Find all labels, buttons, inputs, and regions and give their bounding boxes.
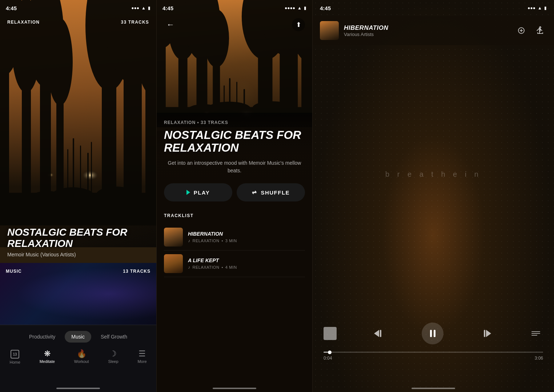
track-duration-2: 4 MIN: [225, 265, 237, 269]
panel2-status-icons: ●●●● ▲ ▮: [285, 5, 306, 11]
more-icon: ☰: [138, 350, 146, 358]
tab-home[interactable]: 13 Home: [4, 348, 26, 366]
pause-bar-1: [430, 330, 432, 337]
track-thumb-img-1: [164, 228, 183, 247]
tab-more[interactable]: ☰ More: [132, 348, 152, 366]
progress-area[interactable]: 0:04 3:06: [324, 352, 543, 361]
progress-fill: [324, 352, 328, 353]
pause-icon: [430, 330, 435, 337]
total-time: 3:06: [535, 356, 543, 361]
playlist-main-title: NOSTALGIC BEATS FOR RELAXATION: [7, 227, 149, 249]
tab-sleep[interactable]: ☽ Sleep: [102, 348, 124, 366]
player-controls: 0:04 3:06: [313, 323, 554, 363]
track-info-2: A LIFE KEPT ♪ RELAXATION • 4 MIN: [188, 257, 305, 270]
tab-home-label: Home: [9, 360, 20, 364]
wifi-icon: ▲: [141, 5, 146, 11]
playback-controls-row: [324, 323, 543, 344]
svg-marker-54: [374, 330, 379, 337]
progress-times: 0:04 3:06: [324, 356, 543, 361]
hero-trees: [0, 0, 156, 225]
share-button[interactable]: ⬆: [292, 18, 305, 31]
np-track-info: HIBERNATION Various Artists: [344, 24, 510, 37]
track-duration-1: 3 MIN: [225, 239, 237, 243]
track-thumb-2: [164, 254, 183, 273]
svg-rect-55: [380, 330, 381, 337]
pause-bar-2: [434, 330, 435, 337]
note-icon-2: ♪: [188, 265, 190, 270]
playlist-title-area[interactable]: NOSTALGIC BEATS FOR RELAXATION Memoir Mu…: [7, 227, 149, 257]
play-icon: [186, 190, 190, 195]
playlist-meta: RELAXATION • 33 TRACKS: [164, 120, 305, 125]
svg-rect-21: [0, 207, 156, 225]
np-track-title: HIBERNATION: [344, 24, 510, 32]
progress-dot: [328, 351, 332, 354]
next-button[interactable]: [479, 327, 493, 340]
add-to-library-button[interactable]: [515, 24, 528, 37]
track-item-2[interactable]: A LIFE KEPT ♪ RELAXATION • 4 MIN: [164, 251, 305, 277]
panel3-status-bar: 4:45 ●●● ▲ ▮: [313, 0, 554, 16]
tab-workout[interactable]: 🔥 Workout: [68, 348, 95, 366]
progress-bar[interactable]: [324, 352, 543, 353]
action-buttons: PLAY ⇌ SHUFFLE: [164, 183, 305, 201]
queue-line-1: [531, 331, 540, 332]
play-label: PLAY: [194, 189, 210, 196]
svg-rect-57: [484, 330, 485, 337]
category-productivity[interactable]: Productivity: [23, 331, 62, 343]
svg-point-48: [253, 101, 292, 115]
tab-meditate-label: Meditate: [40, 359, 55, 364]
track-category-1: RELAXATION: [193, 239, 220, 243]
shuffle-button[interactable]: ⇌ SHUFFLE: [237, 183, 305, 201]
panel2-status-time: 4:45: [162, 5, 173, 11]
np-action-buttons: [515, 24, 547, 37]
svg-rect-26: [87, 153, 89, 215]
music-card[interactable]: MUSIC 13 TRACKS: [0, 263, 156, 325]
note-icon-1: ♪: [188, 238, 190, 243]
svg-marker-56: [486, 330, 491, 337]
track-title-2: A LIFE KEPT: [188, 257, 305, 263]
category-label: RELAXATION: [7, 20, 40, 25]
tracks-label: 33 TRACKS: [121, 20, 149, 25]
track-item-1[interactable]: HIBERNATION ♪ RELAXATION • 3 MIN: [164, 224, 305, 251]
stop-button[interactable]: [324, 327, 337, 340]
pause-button[interactable]: [422, 323, 443, 344]
status-icons: ●●● ▲ ▮: [131, 5, 150, 11]
panel2-home-indicator: [213, 388, 256, 389]
panel3-status-time: 4:45: [320, 5, 331, 11]
panel-browse: 4:45 ●●● ▲ ▮ RELAXATION 33 TRACKS NOSTAL…: [0, 0, 156, 392]
breathe-area: b r e a t h e i n: [313, 51, 554, 297]
panel3-home-indicator: [412, 388, 455, 389]
queue-button[interactable]: [529, 328, 543, 339]
panel3-wifi-icon: ▲: [538, 5, 542, 11]
tab-meditate[interactable]: ❋ Meditate: [34, 348, 61, 366]
tab-workout-label: Workout: [74, 359, 89, 364]
share-track-button[interactable]: [534, 24, 547, 37]
panel3-signal-icon: ●●●: [527, 5, 535, 11]
svg-point-10: [47, 18, 73, 105]
svg-point-19: [31, 191, 64, 205]
status-bar: 4:45 ●●● ▲ ▮: [0, 0, 156, 16]
panel2-battery-icon: ▮: [304, 5, 306, 11]
track-sep-2: •: [221, 265, 223, 269]
now-playing-header: HIBERNATION Various Artists: [313, 16, 554, 45]
overlay-labels: RELAXATION 33 TRACKS: [0, 20, 156, 25]
svg-rect-22: [62, 142, 63, 215]
track-info-1: HIBERNATION ♪ RELAXATION • 3 MIN: [188, 231, 305, 243]
panel2-content: RELAXATION • 33 TRACKS NOSTALGIC BEATS F…: [157, 113, 312, 392]
queue-line-3: [531, 335, 537, 336]
category-music[interactable]: Music: [65, 331, 91, 343]
panel-playlist: 4:45 ●●●● ▲ ▮ ← ⬆ RELAXATION • 33 TRACKS…: [156, 0, 313, 392]
play-button[interactable]: PLAY: [164, 183, 232, 201]
category-self-growth[interactable]: Self Growth: [94, 331, 134, 343]
workout-icon: 🔥: [77, 350, 87, 358]
panel2-status-bar: 4:45 ●●●● ▲ ▮: [157, 0, 312, 16]
breathe-text: b r e a t h e i n: [385, 170, 481, 179]
svg-rect-27: [91, 142, 92, 215]
previous-button[interactable]: [373, 327, 386, 340]
shuffle-label: SHUFFLE: [261, 189, 290, 196]
tracklist-header: TRACKLIST: [164, 213, 305, 218]
music-tracks-label: 13 TRACKS: [123, 269, 150, 274]
back-button[interactable]: ←: [164, 18, 177, 31]
panel3-status-icons: ●●● ▲ ▮: [527, 5, 547, 11]
track-category-2: RELAXATION: [193, 265, 220, 269]
panel2-signal-icon: ●●●●: [285, 5, 295, 11]
